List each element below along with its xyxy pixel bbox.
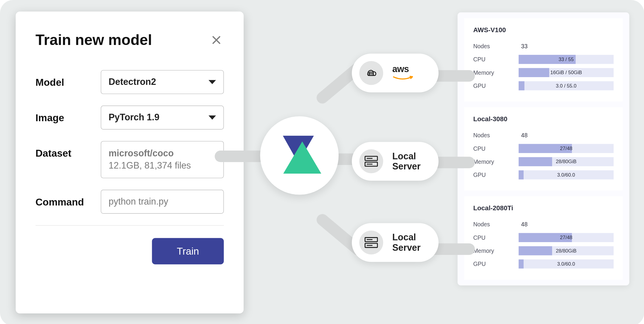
memory-label: Memory bbox=[473, 158, 518, 165]
resource-title: AWS-V100 bbox=[473, 27, 614, 34]
image-value: PyTorch 1.9 bbox=[109, 112, 159, 123]
target-local-1[interactable]: LocalServer bbox=[352, 142, 439, 180]
target-aws[interactable]: aws bbox=[352, 54, 439, 92]
cloud-server-icon bbox=[359, 61, 383, 85]
cpu-bar: 33 / 55 bbox=[519, 55, 614, 64]
cpu-label: CPU bbox=[473, 234, 518, 241]
target-label: LocalServer bbox=[392, 232, 421, 253]
resource-card: Local-2080Ti Nodes 48 CPU 27/48 Memory 2… bbox=[464, 196, 623, 280]
memory-value: 28/80GiB bbox=[556, 159, 576, 164]
resource-panel: AWS-V100 Nodes 33 CPU 33 / 55 Memory 16G… bbox=[458, 13, 629, 286]
memory-bar: 16GiB / 50GiB bbox=[519, 68, 614, 77]
cpu-bar: 27/48 bbox=[519, 144, 614, 153]
gpu-bar: 3.0 / 55.0 bbox=[519, 81, 614, 90]
server-icon bbox=[359, 230, 383, 254]
gpu-label: GPU bbox=[473, 82, 518, 89]
train-button[interactable]: Train bbox=[152, 238, 224, 264]
gpu-bar: 3.0/60.0 bbox=[519, 170, 614, 179]
model-select[interactable]: Detectron2 bbox=[101, 70, 224, 94]
nodes-label: Nodes bbox=[473, 221, 518, 228]
resource-title: Local-3080 bbox=[473, 116, 614, 123]
chevron-down-icon bbox=[208, 116, 216, 120]
cpu-bar: 27/48 bbox=[519, 233, 614, 242]
modal-title: Train new model bbox=[35, 31, 152, 49]
resource-title: Local-2080Ti bbox=[473, 205, 614, 212]
hub-logo bbox=[260, 116, 339, 195]
resource-card: Local-3080 Nodes 48 CPU 27/48 Memory 28/… bbox=[464, 107, 623, 191]
train-modal: Train new model Model Detectron2 Image P… bbox=[16, 12, 244, 314]
cpu-value: 27/48 bbox=[560, 146, 572, 151]
nodes-value: 33 bbox=[519, 43, 528, 49]
chevron-down-icon bbox=[208, 80, 216, 84]
image-label: Image bbox=[35, 106, 101, 124]
divider bbox=[35, 225, 224, 225]
app-frame: Train new model Model Detectron2 Image P… bbox=[0, 0, 644, 324]
nodes-value: 48 bbox=[519, 132, 528, 138]
gpu-value: 3.0 / 55.0 bbox=[556, 83, 576, 88]
aws-label: aws bbox=[392, 64, 413, 82]
gpu-value: 3.0/60.0 bbox=[557, 261, 575, 267]
model-label: Model bbox=[35, 70, 101, 88]
nodes-value: 48 bbox=[519, 221, 528, 228]
dataset-name: microsoft/coco bbox=[109, 148, 174, 159]
memory-value: 28/80GiB bbox=[556, 248, 576, 253]
nodes-label: Nodes bbox=[473, 43, 518, 49]
dataset-meta: 12.1GB, 81,374 files bbox=[109, 161, 191, 171]
cpu-value: 33 / 55 bbox=[558, 57, 574, 62]
gpu-bar: 3.0/60.0 bbox=[519, 259, 614, 268]
command-label: Command bbox=[35, 190, 101, 208]
memory-bar: 28/80GiB bbox=[519, 246, 614, 255]
gpu-label: GPU bbox=[473, 172, 518, 178]
model-value: Detectron2 bbox=[109, 77, 156, 88]
cpu-value: 27/48 bbox=[560, 235, 572, 240]
cpu-label: CPU bbox=[473, 56, 518, 63]
target-local-2[interactable]: LocalServer bbox=[352, 223, 439, 262]
cpu-label: CPU bbox=[473, 145, 518, 152]
memory-bar: 28/80GiB bbox=[519, 157, 614, 166]
memory-value: 16GiB / 50GiB bbox=[550, 70, 582, 75]
nodes-label: Nodes bbox=[473, 132, 518, 138]
server-icon bbox=[359, 149, 383, 173]
gpu-value: 3.0/60.0 bbox=[557, 172, 575, 178]
dataset-field[interactable]: microsoft/coco 12.1GB, 81,374 files bbox=[101, 141, 224, 178]
command-input[interactable] bbox=[109, 196, 216, 207]
command-field[interactable] bbox=[101, 190, 224, 214]
resource-card: AWS-V100 Nodes 33 CPU 33 / 55 Memory 16G… bbox=[464, 18, 623, 102]
memory-label: Memory bbox=[473, 247, 518, 254]
close-icon[interactable] bbox=[209, 32, 224, 47]
dataset-label: Dataset bbox=[35, 141, 101, 159]
gpu-label: GPU bbox=[473, 261, 518, 267]
target-label: LocalServer bbox=[392, 151, 421, 172]
memory-label: Memory bbox=[473, 69, 518, 76]
image-select[interactable]: PyTorch 1.9 bbox=[101, 106, 224, 130]
